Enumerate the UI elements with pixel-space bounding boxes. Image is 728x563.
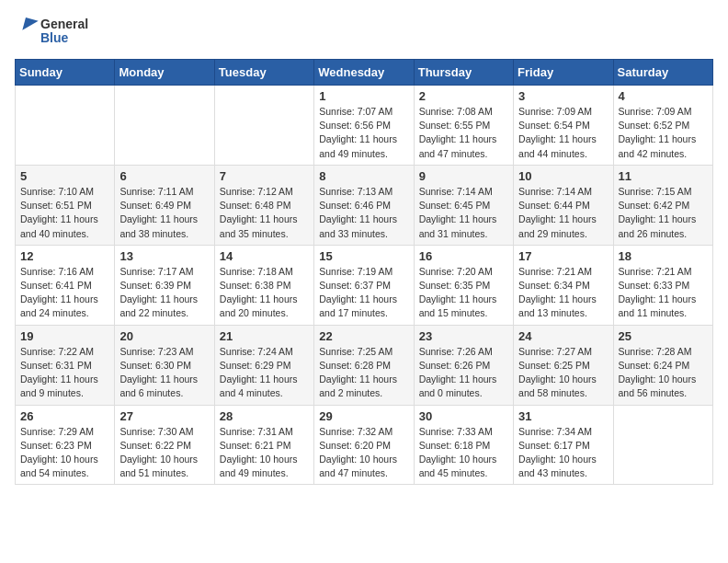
calendar-cell: 23Sunrise: 7:26 AM Sunset: 6:26 PM Dayli… xyxy=(414,325,513,405)
calendar-cell: 27Sunrise: 7:30 AM Sunset: 6:22 PM Dayli… xyxy=(115,405,214,485)
logo: GeneralBlue xyxy=(15,15,97,48)
calendar-header-row: SundayMondayTuesdayWednesdayThursdayFrid… xyxy=(16,60,713,86)
svg-marker-0 xyxy=(17,15,38,30)
day-number: 4 xyxy=(619,89,708,103)
calendar-cell xyxy=(16,86,115,166)
calendar-cell: 11Sunrise: 7:15 AM Sunset: 6:42 PM Dayli… xyxy=(613,165,712,245)
day-info: Sunrise: 7:16 AM Sunset: 6:41 PM Dayligh… xyxy=(20,265,109,321)
svg-text:Blue: Blue xyxy=(40,30,69,45)
calendar-week-row: 12Sunrise: 7:16 AM Sunset: 6:41 PM Dayli… xyxy=(16,245,713,325)
day-info: Sunrise: 7:08 AM Sunset: 6:55 PM Dayligh… xyxy=(419,105,508,161)
calendar-cell: 15Sunrise: 7:19 AM Sunset: 6:37 PM Dayli… xyxy=(314,245,414,325)
day-info: Sunrise: 7:14 AM Sunset: 6:44 PM Dayligh… xyxy=(518,185,608,241)
day-info: Sunrise: 7:33 AM Sunset: 6:18 PM Dayligh… xyxy=(419,425,508,481)
day-number: 9 xyxy=(419,169,508,183)
day-number: 28 xyxy=(220,409,309,423)
calendar-week-row: 5Sunrise: 7:10 AM Sunset: 6:51 PM Daylig… xyxy=(16,165,713,245)
day-info: Sunrise: 7:13 AM Sunset: 6:46 PM Dayligh… xyxy=(319,185,408,241)
day-number: 30 xyxy=(419,409,508,423)
day-info: Sunrise: 7:25 AM Sunset: 6:28 PM Dayligh… xyxy=(319,345,408,401)
day-info: Sunrise: 7:24 AM Sunset: 6:29 PM Dayligh… xyxy=(220,345,309,401)
day-number: 31 xyxy=(518,409,608,423)
day-info: Sunrise: 7:19 AM Sunset: 6:37 PM Dayligh… xyxy=(319,265,408,321)
day-number: 13 xyxy=(119,249,209,263)
calendar-cell: 18Sunrise: 7:21 AM Sunset: 6:33 PM Dayli… xyxy=(613,245,712,325)
header: GeneralBlue xyxy=(15,15,713,48)
calendar-cell: 25Sunrise: 7:28 AM Sunset: 6:24 PM Dayli… xyxy=(613,325,712,405)
calendar-cell: 3Sunrise: 7:09 AM Sunset: 6:54 PM Daylig… xyxy=(514,86,613,166)
calendar-cell: 31Sunrise: 7:34 AM Sunset: 6:17 PM Dayli… xyxy=(514,405,613,485)
day-info: Sunrise: 7:23 AM Sunset: 6:30 PM Dayligh… xyxy=(119,345,209,401)
day-number: 17 xyxy=(518,249,608,263)
day-info: Sunrise: 7:10 AM Sunset: 6:51 PM Dayligh… xyxy=(20,185,109,241)
day-info: Sunrise: 7:07 AM Sunset: 6:56 PM Dayligh… xyxy=(319,105,408,161)
day-number: 27 xyxy=(119,409,209,423)
calendar-cell: 16Sunrise: 7:20 AM Sunset: 6:35 PM Dayli… xyxy=(414,245,513,325)
day-number: 1 xyxy=(319,89,408,103)
day-number: 23 xyxy=(419,329,508,343)
day-of-week-header: Friday xyxy=(514,60,613,86)
day-info: Sunrise: 7:09 AM Sunset: 6:54 PM Dayligh… xyxy=(518,105,608,161)
calendar-cell: 5Sunrise: 7:10 AM Sunset: 6:51 PM Daylig… xyxy=(16,165,115,245)
calendar-cell: 14Sunrise: 7:18 AM Sunset: 6:38 PM Dayli… xyxy=(214,245,313,325)
day-number: 8 xyxy=(319,169,408,183)
day-number: 20 xyxy=(119,329,209,343)
calendar-cell: 19Sunrise: 7:22 AM Sunset: 6:31 PM Dayli… xyxy=(16,325,115,405)
day-info: Sunrise: 7:32 AM Sunset: 6:20 PM Dayligh… xyxy=(319,425,408,481)
calendar-cell xyxy=(613,405,712,485)
day-info: Sunrise: 7:14 AM Sunset: 6:45 PM Dayligh… xyxy=(419,185,508,241)
day-of-week-header: Thursday xyxy=(414,60,513,86)
day-info: Sunrise: 7:28 AM Sunset: 6:24 PM Dayligh… xyxy=(619,345,708,401)
calendar-cell: 4Sunrise: 7:09 AM Sunset: 6:52 PM Daylig… xyxy=(613,86,712,166)
calendar-cell: 8Sunrise: 7:13 AM Sunset: 6:46 PM Daylig… xyxy=(314,165,414,245)
day-info: Sunrise: 7:09 AM Sunset: 6:52 PM Dayligh… xyxy=(619,105,708,161)
calendar-cell: 10Sunrise: 7:14 AM Sunset: 6:44 PM Dayli… xyxy=(514,165,613,245)
day-info: Sunrise: 7:15 AM Sunset: 6:42 PM Dayligh… xyxy=(619,185,708,241)
day-info: Sunrise: 7:22 AM Sunset: 6:31 PM Dayligh… xyxy=(20,345,109,401)
day-number: 29 xyxy=(319,409,408,423)
calendar-cell xyxy=(115,86,214,166)
day-info: Sunrise: 7:27 AM Sunset: 6:25 PM Dayligh… xyxy=(518,345,608,401)
day-info: Sunrise: 7:26 AM Sunset: 6:26 PM Dayligh… xyxy=(419,345,508,401)
day-number: 5 xyxy=(20,169,109,183)
calendar-cell: 13Sunrise: 7:17 AM Sunset: 6:39 PM Dayli… xyxy=(115,245,214,325)
calendar-table: SundayMondayTuesdayWednesdayThursdayFrid… xyxy=(15,59,713,485)
calendar-cell xyxy=(214,86,313,166)
day-number: 3 xyxy=(518,89,608,103)
day-info: Sunrise: 7:20 AM Sunset: 6:35 PM Dayligh… xyxy=(419,265,508,321)
day-info: Sunrise: 7:11 AM Sunset: 6:49 PM Dayligh… xyxy=(119,185,209,241)
calendar-cell: 9Sunrise: 7:14 AM Sunset: 6:45 PM Daylig… xyxy=(414,165,513,245)
day-number: 25 xyxy=(619,329,708,343)
calendar-cell: 22Sunrise: 7:25 AM Sunset: 6:28 PM Dayli… xyxy=(314,325,414,405)
day-number: 24 xyxy=(518,329,608,343)
calendar-week-row: 26Sunrise: 7:29 AM Sunset: 6:23 PM Dayli… xyxy=(16,405,713,485)
calendar-cell: 24Sunrise: 7:27 AM Sunset: 6:25 PM Dayli… xyxy=(514,325,613,405)
day-info: Sunrise: 7:21 AM Sunset: 6:34 PM Dayligh… xyxy=(518,265,608,321)
calendar-week-row: 19Sunrise: 7:22 AM Sunset: 6:31 PM Dayli… xyxy=(16,325,713,405)
day-number: 26 xyxy=(20,409,109,423)
calendar-cell: 1Sunrise: 7:07 AM Sunset: 6:56 PM Daylig… xyxy=(314,86,414,166)
calendar-cell: 7Sunrise: 7:12 AM Sunset: 6:48 PM Daylig… xyxy=(214,165,313,245)
calendar-cell: 21Sunrise: 7:24 AM Sunset: 6:29 PM Dayli… xyxy=(214,325,313,405)
day-number: 22 xyxy=(319,329,408,343)
calendar-cell: 2Sunrise: 7:08 AM Sunset: 6:55 PM Daylig… xyxy=(414,86,513,166)
day-number: 7 xyxy=(220,169,309,183)
day-number: 15 xyxy=(319,249,408,263)
day-info: Sunrise: 7:31 AM Sunset: 6:21 PM Dayligh… xyxy=(220,425,309,481)
calendar-cell: 12Sunrise: 7:16 AM Sunset: 6:41 PM Dayli… xyxy=(16,245,115,325)
day-of-week-header: Saturday xyxy=(613,60,712,86)
day-number: 18 xyxy=(619,249,708,263)
day-number: 16 xyxy=(419,249,508,263)
day-info: Sunrise: 7:12 AM Sunset: 6:48 PM Dayligh… xyxy=(220,185,309,241)
calendar-cell: 29Sunrise: 7:32 AM Sunset: 6:20 PM Dayli… xyxy=(314,405,414,485)
day-number: 14 xyxy=(220,249,309,263)
day-number: 12 xyxy=(20,249,109,263)
day-info: Sunrise: 7:18 AM Sunset: 6:38 PM Dayligh… xyxy=(220,265,309,321)
calendar-week-row: 1Sunrise: 7:07 AM Sunset: 6:56 PM Daylig… xyxy=(16,86,713,166)
day-info: Sunrise: 7:17 AM Sunset: 6:39 PM Dayligh… xyxy=(119,265,209,321)
calendar-cell: 26Sunrise: 7:29 AM Sunset: 6:23 PM Dayli… xyxy=(16,405,115,485)
calendar-cell: 28Sunrise: 7:31 AM Sunset: 6:21 PM Dayli… xyxy=(214,405,313,485)
day-info: Sunrise: 7:29 AM Sunset: 6:23 PM Dayligh… xyxy=(20,425,109,481)
calendar-cell: 17Sunrise: 7:21 AM Sunset: 6:34 PM Dayli… xyxy=(514,245,613,325)
day-number: 10 xyxy=(518,169,608,183)
